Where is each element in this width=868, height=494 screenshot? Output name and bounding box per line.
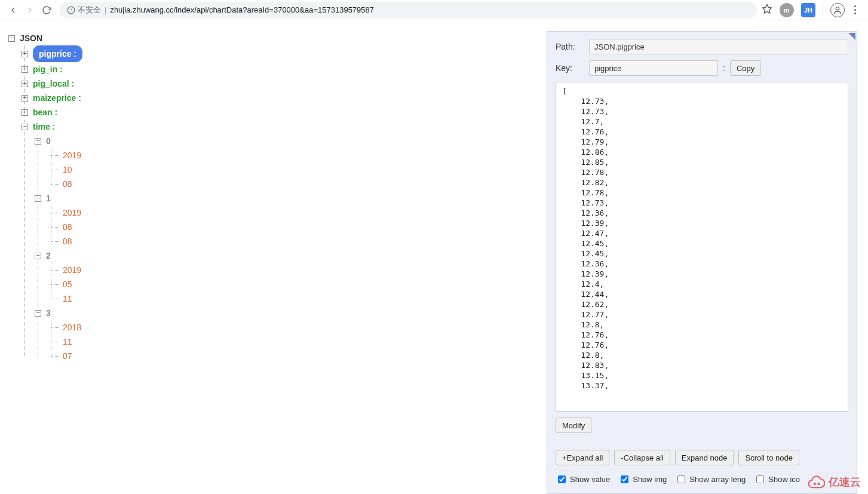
expand-all-button[interactable]: +Expand all (556, 450, 609, 465)
panel-collapse-icon[interactable] (848, 33, 855, 40)
profile-avatar-icon[interactable] (830, 3, 845, 17)
tree-array-children: 20190808 (48, 205, 538, 248)
expand-node-button[interactable]: Expand node (675, 450, 734, 465)
tree-key-selected: pigprice : (33, 45, 82, 62)
tree-connector-icon (51, 270, 59, 271)
tree-array-item[interactable]: −3 (35, 306, 538, 320)
path-row: Path: (556, 39, 848, 54)
expand-toggle-icon[interactable]: + (22, 66, 28, 73)
addr-separator: | (105, 5, 106, 14)
show-value-input[interactable] (558, 475, 566, 483)
tree-connector-icon (51, 241, 59, 242)
modify-button[interactable]: Modify (556, 418, 591, 433)
tree-array-item[interactable]: −2 (35, 248, 538, 263)
tree-value: 08 (63, 220, 72, 234)
tree-leaf[interactable]: 08 (48, 220, 538, 234)
nav-back-button[interactable] (5, 2, 22, 19)
tree-connector-icon (51, 284, 59, 285)
show-array-len-checkbox[interactable]: Show array leng (675, 474, 746, 485)
show-ico-checkbox[interactable]: Show ico (754, 474, 800, 485)
tree-array-children: 20191008 (48, 148, 538, 191)
tree-leaf[interactable]: 07 (48, 349, 538, 363)
tree-root-label: JSON (20, 31, 42, 45)
scroll-to-node-button[interactable]: Scroll to node (738, 450, 799, 465)
collapse-toggle-icon[interactable]: − (35, 253, 41, 259)
collapse-toggle-icon[interactable]: − (35, 138, 41, 145)
tree-node-pig-local[interactable]: + pig_local : (22, 76, 538, 91)
collapse-toggle-icon[interactable]: − (8, 35, 15, 42)
svg-point-6 (817, 483, 820, 486)
key-label: Key: (556, 63, 589, 73)
tree-root-row[interactable]: − JSON (8, 31, 538, 45)
toolbar-separator (823, 4, 823, 16)
tree-leaf[interactable]: 2019 (48, 263, 538, 277)
collapse-toggle-icon[interactable]: − (22, 124, 28, 130)
tree-node-pigprice[interactable]: + pigprice : (22, 45, 538, 62)
tree-connector-icon (51, 327, 59, 328)
tree-array-item[interactable]: −0 (35, 134, 538, 148)
workspace: − JSON + pigprice : + pig_in : + pig_loc… (0, 20, 868, 494)
nav-reload-button[interactable] (38, 2, 55, 19)
tree-node-pig-in[interactable]: + pig_in : (22, 62, 538, 76)
tree-leaf[interactable]: 2018 (48, 320, 538, 335)
show-img-checkbox[interactable]: Show img (618, 474, 667, 485)
browser-menu-button[interactable] (852, 3, 858, 17)
modify-row: Modify (556, 418, 848, 433)
colon-label: : (723, 63, 725, 73)
tree-value: 07 (63, 349, 72, 363)
insecure-label: 不安全 (78, 5, 101, 16)
key-input[interactable] (589, 60, 718, 76)
path-input[interactable] (589, 39, 848, 54)
collapse-all-button[interactable]: -Collapse all (614, 450, 670, 465)
tree-leaf[interactable]: 2019 (48, 148, 538, 162)
svg-marker-3 (763, 5, 772, 13)
tree-key: bean : (33, 105, 57, 119)
json-tree: − JSON + pigprice : + pig_in : + pig_loc… (8, 31, 538, 363)
tree-node-time[interactable]: − time : (22, 119, 538, 134)
extension-m-icon[interactable]: m (780, 3, 794, 17)
expand-toggle-icon[interactable]: + (22, 109, 28, 116)
tree-leaf[interactable]: 11 (48, 335, 538, 349)
tree-children: + pigprice : + pig_in : + pig_local : + … (22, 45, 538, 363)
tree-node-maizeprice[interactable]: + maizeprice : (22, 91, 538, 105)
tree-connector-icon (51, 342, 59, 342)
expand-toggle-icon[interactable]: + (22, 95, 28, 102)
insecure-icon (67, 6, 75, 14)
tree-leaf[interactable]: 08 (48, 177, 538, 191)
tree-value: 11 (63, 335, 72, 349)
expand-toggle-icon[interactable]: + (22, 51, 28, 57)
address-bar[interactable]: 不安全 | zhujia.zhuwang.cc/index/api/chartD… (60, 2, 757, 19)
collapse-toggle-icon[interactable]: − (35, 310, 41, 317)
value-textarea[interactable] (556, 82, 848, 412)
svg-point-4 (836, 7, 839, 10)
tree-leaf[interactable]: 11 (48, 292, 538, 306)
collapse-toggle-icon[interactable]: − (35, 195, 41, 202)
tree-key: maizeprice : (33, 91, 81, 105)
tree-array-item[interactable]: −1 (35, 191, 538, 205)
show-value-checkbox[interactable]: Show value (556, 474, 610, 485)
show-ico-input[interactable] (756, 475, 764, 483)
nav-forward-button[interactable] (22, 2, 38, 19)
expand-toggle-icon[interactable]: + (22, 81, 28, 87)
tree-leaf[interactable]: 05 (48, 277, 538, 292)
show-img-input[interactable] (621, 475, 628, 483)
tree-array-children: 20181107 (48, 320, 538, 363)
tree-key: pig_local : (33, 76, 74, 91)
extension-jh-icon[interactable]: JH (801, 3, 815, 17)
path-label: Path: (556, 42, 589, 51)
star-icon[interactable] (762, 4, 772, 16)
tree-connector-icon (51, 184, 59, 185)
tree-leaf[interactable]: 2019 (48, 205, 538, 220)
tree-value: 2019 (63, 263, 81, 277)
tree-index: 3 (46, 306, 51, 320)
tree-node-bean[interactable]: + bean : (22, 105, 538, 119)
tree-action-group: +Expand all -Collapse all Expand node Sc… (556, 450, 848, 465)
tree-connector-icon (51, 227, 59, 228)
tree-value: 10 (63, 162, 72, 177)
tree-leaf[interactable]: 10 (48, 162, 538, 177)
copy-button[interactable]: Copy (730, 60, 761, 76)
tree-leaf[interactable]: 08 (48, 234, 538, 248)
watermark-logo: 亿速云 (807, 475, 861, 489)
checkbox-row: Show value Show img Show array leng Show… (556, 474, 848, 485)
show-array-len-input[interactable] (677, 475, 685, 483)
